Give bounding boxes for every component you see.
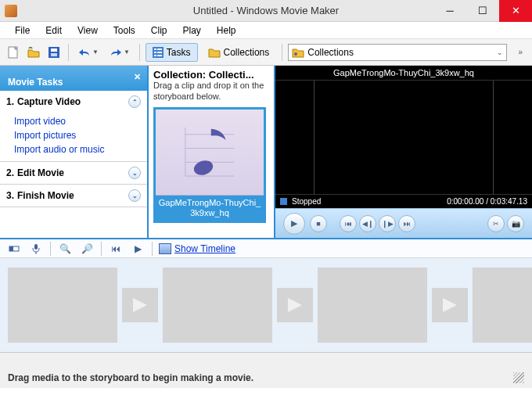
collapse-icon[interactable]: ⌃ xyxy=(128,95,141,108)
seek-group: ⏮ ◀❙ ❙▶ ⏭ xyxy=(340,215,415,232)
redo-icon xyxy=(110,48,122,57)
storyboard-slot[interactable] xyxy=(473,268,532,343)
preview-status: Stopped 0:00:00.00 / 0:03:47.13 xyxy=(275,194,532,208)
separator xyxy=(50,242,51,256)
preview-time: 0:00:00.00 / 0:03:47.13 xyxy=(447,197,527,206)
tasks-pane: Movie Tasks ✕ 1. Capture Video ⌃ Import … xyxy=(0,66,149,238)
titlebar: Untitled - Windows Movie Maker ─ ☐ ✕ xyxy=(0,0,532,22)
new-button[interactable] xyxy=(5,44,22,61)
separator xyxy=(101,242,102,256)
svg-rect-15 xyxy=(34,244,38,250)
tasks-close-button[interactable]: ✕ xyxy=(134,72,141,82)
tasks-header-title: Movie Tasks xyxy=(8,77,63,88)
forward-button[interactable]: ❙▶ xyxy=(379,215,396,232)
link-import-audio[interactable]: Import audio or music xyxy=(14,142,147,156)
expand-icon[interactable]: ⌄ xyxy=(128,189,141,202)
task-section-capture: 1. Capture Video ⌃ Import video Import p… xyxy=(0,91,147,162)
collections-button[interactable]: Collections xyxy=(201,43,277,62)
task-section-num: 2. xyxy=(6,167,14,178)
collection-combo-icon xyxy=(292,47,304,58)
svg-rect-9 xyxy=(154,55,156,56)
minimize-button[interactable]: ─ xyxy=(433,0,466,22)
undo-button[interactable]: ▼ xyxy=(74,44,102,61)
timeline-icon xyxy=(159,243,171,254)
task-section-title: Capture Video xyxy=(17,96,81,107)
sb-rewind-button[interactable]: ⏮ xyxy=(108,241,124,257)
task-section-head-finish[interactable]: 3. Finish Movie ⌄ xyxy=(0,185,147,207)
show-timeline-label: Show Timeline xyxy=(174,243,235,254)
maximize-button[interactable]: ☐ xyxy=(466,0,499,22)
toolbar-overflow[interactable]: » xyxy=(513,48,527,56)
storyboard-transition[interactable] xyxy=(432,288,468,322)
menu-play[interactable]: Play xyxy=(176,23,208,38)
svg-rect-2 xyxy=(51,49,57,52)
play-button[interactable]: ▶ xyxy=(283,213,305,235)
save-icon xyxy=(49,47,59,58)
link-import-pictures[interactable]: Import pictures xyxy=(14,128,147,142)
snapshot-button[interactable]: 📷 xyxy=(507,215,524,232)
statusbar-message: Drag media to the storyboard to begin ma… xyxy=(8,372,253,383)
save-button[interactable] xyxy=(45,44,63,61)
close-button[interactable]: ✕ xyxy=(499,0,532,22)
open-button[interactable] xyxy=(25,44,42,61)
menu-file[interactable]: File xyxy=(8,23,37,38)
levels-icon xyxy=(9,243,20,254)
expand-icon[interactable]: ⌄ xyxy=(128,167,141,179)
task-section-edit: 2. Edit Movie ⌄ xyxy=(0,162,147,185)
undo-icon xyxy=(78,48,91,57)
storyboard-slot[interactable] xyxy=(318,268,427,343)
next-button[interactable]: ⏭ xyxy=(398,215,415,232)
folder-icon xyxy=(208,47,221,58)
task-section-num: 3. xyxy=(6,190,14,201)
collection-combo-label: Collections xyxy=(307,47,354,58)
storyboard[interactable] xyxy=(0,258,532,352)
redo-button[interactable]: ▼ xyxy=(106,44,134,61)
stop-status-icon xyxy=(280,198,287,205)
sb-play-button[interactable]: ▶ xyxy=(130,241,146,257)
menu-edit[interactable]: Edit xyxy=(38,23,69,38)
toolbar: ▼ ▼ Tasks Collections Collections ⌄ » xyxy=(0,39,532,66)
dropdown-arrow-icon: ▼ xyxy=(124,49,130,56)
menu-clip[interactable]: Clip xyxy=(144,23,174,38)
svg-point-11 xyxy=(294,52,297,56)
clip-thumbnail xyxy=(156,110,264,196)
collection-pane: Collection: Collecti... Drag a clip and … xyxy=(149,66,275,238)
rewind-button[interactable]: ◀❙ xyxy=(359,215,376,232)
menu-help[interactable]: Help xyxy=(210,23,243,38)
svg-rect-8 xyxy=(157,52,162,53)
split-button[interactable]: ✂ xyxy=(487,215,505,232)
sb-zoom-out-button[interactable]: 🔎 xyxy=(79,241,95,257)
prev-button[interactable]: ⏮ xyxy=(340,215,357,232)
task-section-head-edit[interactable]: 2. Edit Movie ⌄ xyxy=(0,162,147,184)
separator xyxy=(152,242,153,256)
collection-combo[interactable]: Collections ⌄ xyxy=(288,44,507,61)
menu-view[interactable]: View xyxy=(70,23,105,38)
storyboard-transition[interactable] xyxy=(122,288,158,322)
task-section-head-capture[interactable]: 1. Capture Video ⌃ xyxy=(0,91,147,113)
chevron-down-icon: ⌄ xyxy=(497,49,503,56)
open-icon xyxy=(27,47,40,58)
svg-rect-5 xyxy=(154,49,156,50)
preview-screen[interactable] xyxy=(275,81,532,194)
storyboard-transition[interactable] xyxy=(277,288,313,322)
stop-button[interactable]: ■ xyxy=(310,215,327,232)
sb-zoom-in-button[interactable]: 🔍 xyxy=(57,241,73,257)
collection-title: Collection: Collecti... xyxy=(153,69,269,81)
show-timeline-link[interactable]: Show Timeline xyxy=(159,243,235,254)
separator xyxy=(282,44,282,61)
storyboard-slot[interactable] xyxy=(163,268,272,343)
menu-tools[interactable]: Tools xyxy=(106,23,142,38)
sb-set-level-button[interactable] xyxy=(6,241,22,257)
svg-rect-14 xyxy=(9,246,13,251)
tasks-button[interactable]: Tasks xyxy=(146,43,198,62)
svg-point-12 xyxy=(192,158,214,178)
storyboard-toolbar: 🔍 🔎 ⏮ ▶ Show Timeline xyxy=(0,238,532,258)
link-import-video[interactable]: Import video xyxy=(14,114,147,128)
clip-label: GapMeTrongMo-ThuyChi_3k9xw_hq xyxy=(156,196,264,221)
tasks-icon xyxy=(153,47,164,58)
sb-narrate-button[interactable] xyxy=(28,241,44,257)
storyboard-slot[interactable] xyxy=(8,268,117,343)
clip-item[interactable]: GapMeTrongMo-ThuyChi_3k9xw_hq xyxy=(153,107,266,223)
new-icon xyxy=(8,46,19,59)
mic-icon xyxy=(31,243,41,254)
